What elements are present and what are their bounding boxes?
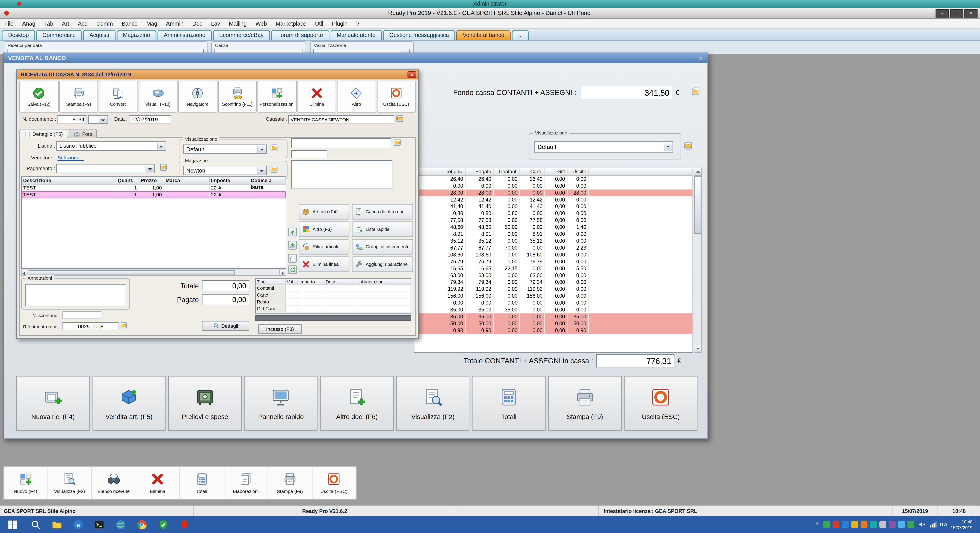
menu-doc[interactable]: Doc — [188, 19, 207, 28]
network-icon[interactable] — [929, 520, 937, 528]
magazzino-combo[interactable]: Newton — [183, 166, 267, 175]
ricevuta-titlebar[interactable]: RICEVUTA DI CASSA N. 8134 del 12/07/2019… — [17, 70, 418, 80]
tray-icon-2[interactable] — [832, 521, 839, 528]
receipt-toolbar-altro[interactable]: Altro — [337, 81, 376, 112]
toolbar-button-elenco-ricevute[interactable]: Elenco ricevute — [92, 467, 136, 499]
date-input[interactable] — [129, 115, 171, 124]
menu-item[interactable]: ? — [352, 19, 364, 28]
copy-line-button[interactable] — [288, 254, 297, 263]
close-button[interactable]: × — [964, 10, 978, 18]
receipt-toolbar-scontrino-f11[interactable]: Scontrino (F11) — [218, 81, 257, 112]
menu-util[interactable]: Util — [310, 19, 328, 28]
button-elimina-linea[interactable]: Elimina linea — [299, 257, 350, 272]
visualizzazione-folder-button[interactable] — [270, 145, 277, 152]
doc-suffix-combo[interactable] — [88, 115, 108, 124]
menu-ammin[interactable]: Ammin — [162, 19, 188, 28]
grid-col-quant[interactable]: Quant. — [116, 177, 139, 184]
maximize-button[interactable]: □ — [950, 10, 963, 18]
menu-mailing[interactable]: Mailing — [224, 19, 251, 28]
menu-plugin[interactable]: Plugin — [328, 19, 352, 28]
riferimento-reso-input[interactable] — [62, 322, 119, 330]
receipt-toolbar-stampa-f9[interactable]: Stampa (F9) — [59, 81, 98, 112]
minimize-button[interactable]: − — [936, 10, 949, 18]
banco-button-altro-doc-f6[interactable]: Altro doc. (F6) — [320, 376, 393, 431]
taskbar-clock[interactable]: 10:48 15/07/2019 — [951, 519, 972, 530]
venditore-seleziona-link[interactable]: Seleziona... — [57, 155, 83, 161]
cassa-row[interactable]: 0,000,000,000,000,000,00 — [414, 300, 692, 306]
barcode-input[interactable] — [291, 138, 391, 148]
cassa-row[interactable]: 50,00-50,000,000,000,0050,00 — [414, 320, 692, 327]
taskbar-internet-browser-button[interactable] — [110, 516, 131, 533]
hidden-icons-arrow[interactable]: ^ — [816, 522, 818, 528]
tray-icon-5[interactable] — [860, 521, 867, 528]
banco-button-totali[interactable]: Totali — [472, 376, 546, 431]
grid-row[interactable]: TEST-11,0022% — [22, 191, 286, 198]
grid-col-imposte[interactable]: Imposte — [210, 177, 250, 184]
cassa-col-carte[interactable]: Carte — [520, 168, 545, 175]
button-lista-rapida[interactable]: Lista rapida — [352, 221, 413, 237]
taskbar-edge-browser-button[interactable]: e — [67, 516, 89, 533]
cassa-col-pagato[interactable]: Pagato — [466, 168, 494, 175]
menu-anag[interactable]: Anag — [18, 19, 40, 28]
menu-marketplace[interactable]: Marketplace — [271, 19, 310, 28]
chevron-down-icon[interactable] — [663, 143, 672, 152]
green-down-arrow-button[interactable] — [288, 241, 297, 250]
cassa-row[interactable]: 28,00-28,000,000,000,0028,00 — [414, 190, 692, 196]
doc-number-input[interactable] — [57, 115, 87, 124]
button-carica-da-altro-doc[interactable]: Carica da altro doc. — [352, 204, 413, 220]
payments-col-importo[interactable]: Importo — [298, 279, 325, 284]
chevron-down-icon[interactable] — [258, 167, 266, 174]
tray-icon-9[interactable] — [898, 521, 905, 528]
tab-acquisti[interactable]: Acquisti — [83, 30, 116, 40]
payment-row-resto[interactable]: Resto — [256, 299, 411, 306]
cassa-row[interactable]: 48,6048,6050,000,000,001,40 — [414, 224, 692, 231]
tab-dettaglio-f5[interactable]: Dettaglio (F5) — [19, 129, 68, 139]
menu-acq[interactable]: Acq — [73, 19, 92, 28]
tab-item[interactable]: ... — [512, 30, 529, 40]
cassa-col-contanti[interactable]: Contanti — [494, 168, 520, 175]
cassa-row[interactable]: 76,7976,790,0076,790,000,00 — [414, 258, 692, 265]
cassa-row[interactable]: 108,60108,600,00108,600,000,00 — [414, 251, 692, 258]
button-altro-f3[interactable]: Altro (F3) — [299, 221, 350, 237]
chevron-down-icon[interactable] — [157, 143, 165, 150]
scroll-left-icon[interactable] — [22, 270, 28, 275]
pagamento-combo[interactable] — [56, 164, 155, 173]
toolbar-button-uscita-esc[interactable]: Uscita (ESC) — [312, 467, 356, 499]
receipt-toolbar-elimina[interactable]: Elimina — [297, 81, 336, 112]
banco-button-stampa-f9[interactable]: Stampa (F9) — [548, 376, 622, 431]
payment-row-contanti[interactable]: Contanti — [256, 285, 411, 292]
payment-row-carte[interactable]: Carte — [256, 292, 411, 299]
cassa-row[interactable]: 119,92119,920,00119,920,000,00 — [414, 286, 692, 293]
grid-col-codice-a-barre[interactable]: Codice a barre — [250, 177, 286, 184]
tab-amministrazione[interactable]: Amministrazione — [158, 30, 212, 40]
chevron-down-icon[interactable] — [99, 116, 107, 123]
scroll-up-icon[interactable] — [694, 168, 701, 176]
cassa-row[interactable]: 16,6516,6522,150,000,005,50 — [414, 265, 692, 272]
cassa-col-gift[interactable]: Gift — [545, 168, 568, 175]
cassa-row[interactable]: 8,918,910,008,910,000,00 — [414, 231, 692, 238]
chevron-down-icon[interactable] — [258, 146, 266, 153]
payments-col-tipo[interactable]: Tipo — [256, 279, 286, 284]
toolbar-button-elaborazioni[interactable]: Elaborazioni — [224, 467, 268, 499]
banco-button-prelievi-e-spese[interactable]: Prelievi e spese — [168, 376, 242, 431]
show-desktop-button[interactable] — [975, 516, 978, 533]
button-gruppi-di-inserimento[interactable]: Gruppi di inserimento — [352, 239, 413, 254]
cassa-row[interactable]: 63,0063,000,0063,000,000,00 — [414, 272, 692, 279]
menu-art[interactable]: Art — [57, 19, 74, 28]
button-aggiungi-riparazione[interactable]: Aggiungi riparazione — [352, 257, 413, 272]
tab-forum-di-supporto[interactable]: Forum di supporto — [271, 30, 329, 40]
menu-tab[interactable]: Tab — [40, 19, 57, 28]
incasso-button[interactable]: Incasso (F8) — [258, 324, 302, 334]
annotazioni-textarea[interactable] — [25, 284, 126, 306]
cassa-row[interactable]: 0,000,000,000,000,000,00 — [414, 183, 692, 190]
grid-col-prezzo[interactable]: Prezzo — [140, 177, 164, 184]
cassa-row[interactable]: 35,1235,120,0035,120,000,00 — [414, 238, 692, 245]
ricevuta-visualizzazione-combo[interactable]: Default — [183, 145, 267, 154]
cassa-row[interactable]: 79,3479,340,0079,340,000,00 — [414, 279, 692, 286]
tab-magazzino[interactable]: Magazzino — [116, 30, 156, 40]
cassa-row[interactable]: 77,5877,580,0077,580,000,00 — [414, 217, 692, 224]
riferimento-folder-button[interactable] — [121, 322, 127, 329]
cassa-row[interactable]: 156,00156,000,00156,000,000,00 — [414, 293, 692, 300]
tray-icon-4[interactable] — [851, 521, 858, 528]
banco-button-nuova-ric-f4[interactable]: Nuova ric. (F4) — [16, 376, 90, 431]
